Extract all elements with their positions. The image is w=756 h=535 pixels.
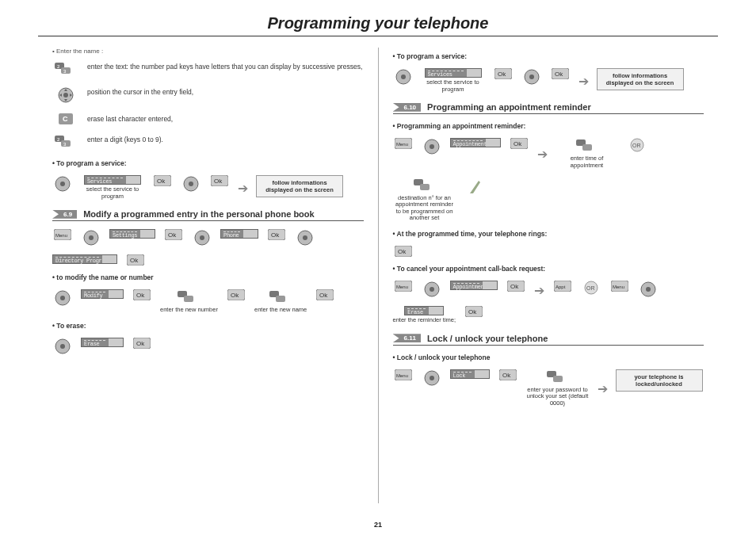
display-strip: Phone (220, 229, 258, 239)
svg-text:OR: OR (586, 285, 595, 291)
entry-row: position the cursor in the entry field, (52, 86, 364, 104)
ok-key-icon: Ok (133, 289, 151, 300)
arrow-icon: ➔ (238, 179, 248, 196)
display-strip: Services (84, 175, 141, 185)
arrow-icon: ➔ (534, 281, 544, 298)
ok-key-icon: Ok (552, 68, 569, 79)
display-strip: Erase (404, 306, 444, 315)
arrow-icon: ➔ (598, 380, 608, 396)
display-strip: Modify (81, 289, 124, 299)
svg-text:Menu: Menu (55, 233, 67, 238)
navigator-icon (193, 229, 211, 246)
step-caption: destination n° for an appointment remind… (393, 195, 456, 223)
arrow-icon: ➔ (537, 145, 548, 162)
arrow-icon: ➔ (578, 72, 589, 89)
label-text: To program a service: (397, 52, 467, 60)
svg-point-35 (60, 296, 65, 300)
navigator-icon (57, 86, 74, 104)
info-box: follow informations displayed on the scr… (256, 175, 343, 197)
keypad-keys-icon (269, 289, 292, 305)
keypad-keys-icon (547, 369, 569, 385)
sub-label: • Lock / unlock your telephone (393, 353, 704, 361)
section-heading-6-9: 6.9 Modify a programmed entry in the per… (52, 209, 364, 221)
display-strip: Appointment (450, 281, 498, 290)
program-service-label: • To program a service: (52, 159, 364, 167)
display-step: Services select the service to program (81, 175, 144, 200)
svg-rect-69 (420, 184, 430, 190)
display-label: Services (87, 178, 112, 185)
menu-key-icon: Menu (395, 369, 412, 380)
ok-key-icon: Ok (507, 281, 525, 292)
navigator-icon (423, 138, 441, 155)
svg-rect-39 (184, 296, 193, 302)
label-text: At the programmed time, your telephone r… (397, 230, 548, 238)
svg-point-23 (89, 235, 94, 240)
modify-label: • to modify the name or number (52, 273, 364, 281)
display-label: Lock (453, 373, 466, 379)
svg-text:Menu: Menu (396, 285, 408, 289)
svg-text:Ok: Ok (398, 248, 407, 255)
ok-step: Ok (209, 175, 230, 186)
info-box: follow informations displayed on the scr… (597, 68, 684, 90)
display-strip: Directory Program (52, 254, 117, 264)
svg-text:Ok: Ok (468, 308, 477, 315)
program-service-flow: Services select the service to program O… (52, 175, 364, 200)
erase-label: • To erase: (52, 322, 364, 330)
svg-text:Ok: Ok (514, 140, 522, 147)
navigator-icon (423, 281, 441, 298)
navigator-step (181, 175, 201, 193)
display-label: Appointment (453, 141, 487, 147)
info-box: your telephone is locked/unlocked (616, 369, 703, 392)
sec69-flow1: Menu Settings Ok Phone Ok Directory Prog… (52, 229, 364, 266)
navigator-icon (296, 229, 314, 246)
ok-step: Ok (152, 175, 173, 186)
or-icon: OR (630, 138, 644, 152)
step-caption: enter your password to unlock your set (… (526, 387, 590, 407)
ok-key-icon: Ok (499, 369, 517, 380)
svg-point-27 (200, 235, 204, 240)
svg-text:Ok: Ok (498, 71, 506, 78)
ok-key-icon: Ok (154, 175, 171, 186)
display-strip: Lock (450, 369, 490, 379)
or-icon: OR (584, 281, 598, 295)
label-text: To cancel your appointment call-back req… (397, 265, 545, 273)
entry-text: erase last character entered, (87, 113, 364, 124)
svg-text:Menu: Menu (396, 373, 408, 378)
keypad-keys-icon (576, 138, 598, 154)
navigator-icon (54, 175, 71, 193)
svg-point-55 (529, 75, 534, 79)
entry-text: position the cursor in the entry field, (87, 86, 364, 97)
sub-label: • Programming an appointment reminder: (393, 122, 704, 130)
svg-text:Menu: Menu (613, 285, 624, 289)
svg-text:Ok: Ok (130, 257, 139, 264)
section-title: Programming an appointment reminder (427, 102, 591, 112)
ok-key-icon: Ok (395, 246, 412, 257)
svg-text:Ok: Ok (510, 283, 519, 290)
label-text: to modify the name or number (56, 273, 153, 281)
display-label: Erase (84, 341, 100, 347)
ok-key-icon: Ok (268, 229, 285, 240)
svg-point-17 (189, 182, 193, 186)
keypad-keys-icon (414, 178, 436, 193)
content-columns: • Enter the name : 23 enter the text: th… (0, 48, 756, 503)
page-title: Programming your telephone (38, 0, 718, 36)
enter-name-footnote: • Enter the name : (52, 48, 364, 55)
navigator-icon (82, 229, 100, 246)
c-key-icon: C (59, 113, 73, 124)
menu-key-icon: Menu (395, 281, 412, 292)
program-service-label: • To program a service: (393, 52, 704, 60)
section-number: 6.11 (393, 334, 422, 342)
entry-row: 23 enter a digit (keys 0 to 9). (52, 134, 364, 150)
svg-text:Ok: Ok (157, 178, 166, 185)
ok-key-icon: Ok (133, 338, 151, 349)
svg-text:C: C (63, 115, 68, 123)
navigator-icon (54, 289, 71, 307)
label-text: To erase: (56, 322, 86, 330)
svg-text:Ok: Ok (214, 178, 223, 185)
menu-key-icon: Menu (54, 229, 71, 240)
sec69-flow-erase: Erase Ok (52, 338, 364, 355)
navigator-icon (395, 68, 412, 86)
key-icon: Appt (554, 281, 571, 292)
entry-text: enter the text: the number pad keys have… (87, 61, 364, 71)
section-title: Lock / unlock your telephone (427, 334, 548, 343)
